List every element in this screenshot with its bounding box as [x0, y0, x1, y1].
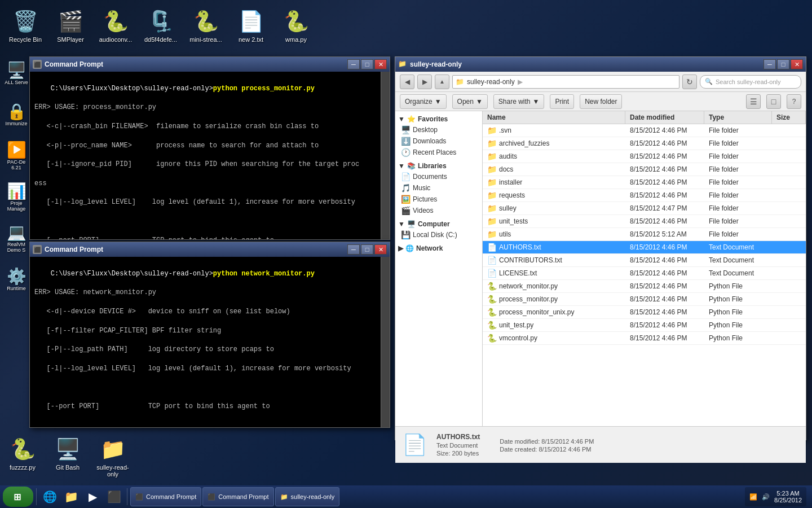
- taskbar-ie-icon[interactable]: 🌐: [39, 487, 60, 506]
- sulley-label: sulley-read-only: [95, 464, 130, 478]
- network-arrow: ▶: [398, 244, 403, 252]
- table-row[interactable]: 📁 sulley 8/15/2012 4:47 PM File folder: [483, 202, 806, 215]
- computer-header[interactable]: ▼ 🖥️ Computer: [398, 219, 479, 229]
- nav-item-recent[interactable]: 🕐 Recent Places: [398, 147, 479, 158]
- share-label: Share with: [498, 98, 531, 106]
- icon-sulley-read-only[interactable]: 📁 sulley-read-only: [93, 433, 133, 480]
- cmd-maximize-btn-1[interactable]: □: [361, 59, 373, 69]
- nav-item-videos[interactable]: 🎬 Videos: [398, 205, 479, 216]
- view-btn[interactable]: ☰: [746, 94, 761, 109]
- nav-item-local-disk[interactable]: 💾 Local Disk (C:): [398, 229, 479, 240]
- table-row[interactable]: 🐍 vmcontrol.py 8/15/2012 4:46 PM Python …: [483, 332, 806, 345]
- file-name-12: network_monitor.py: [499, 282, 558, 290]
- network-header[interactable]: ▶ 🌐 Network: [398, 243, 479, 253]
- table-row[interactable]: 📁 archived_fuzzies 8/15/2012 4:46 PM Fil…: [483, 137, 806, 150]
- taskbar-explorer-btn[interactable]: 📁 sulley-read-only: [275, 487, 340, 506]
- table-row[interactable]: 🐍 process_monitor.py 8/15/2012 4:46 PM P…: [483, 293, 806, 306]
- help-btn[interactable]: ?: [787, 94, 801, 109]
- table-row[interactable]: 📄 AUTHORS.txt 8/15/2012 4:46 PM Text Doc…: [483, 241, 806, 254]
- table-row[interactable]: 📁 docs 8/15/2012 4:46 PM File folder: [483, 163, 806, 176]
- cmd-minimize-btn-1[interactable]: ─: [347, 59, 360, 69]
- table-row[interactable]: 📄 CONTRIBUTORS.txt 8/15/2012 4:46 PM Tex…: [483, 254, 806, 267]
- icon-recycle-bin[interactable]: 🗑️ Recycle Bin: [6, 6, 45, 45]
- nav-back-btn[interactable]: ◀: [400, 75, 414, 89]
- table-row[interactable]: 📁 audits 8/15/2012 4:46 PM File folder: [483, 150, 806, 163]
- icon-mini-strea[interactable]: 🐍 mini-strea...: [186, 6, 226, 45]
- cmd-title-icon-1: ⬛: [33, 60, 42, 69]
- sidebar-icon-immunize[interactable]: 🔒 Immunize: [3, 100, 30, 128]
- taskbar-cmd-icon[interactable]: ⬛: [104, 487, 124, 506]
- print-btn[interactable]: Print: [550, 94, 574, 109]
- cmd-minimize-btn-2[interactable]: ─: [347, 244, 360, 255]
- audioconv-label: audioconv...: [99, 36, 133, 43]
- new-folder-btn[interactable]: New folder: [580, 94, 622, 109]
- share-btn[interactable]: Share with ▼: [493, 94, 545, 109]
- file-type-13: Python File: [704, 294, 772, 305]
- favorites-header[interactable]: ▼ ⭐ Favorites: [398, 114, 479, 124]
- icon-fuzzzz[interactable]: 🐍 fuzzzz.py: [3, 433, 42, 480]
- nav-item-downloads[interactable]: ⬇️ Downloads: [398, 135, 479, 147]
- explorer-close-btn[interactable]: ✕: [791, 59, 803, 69]
- col-header-size[interactable]: Size: [772, 111, 806, 124]
- taskbar-cmd-btn-1[interactable]: ⬛ Command Prompt: [130, 487, 201, 506]
- cmd-title-text-2: Command Prompt: [45, 246, 347, 253]
- cmd-maximize-btn-2[interactable]: □: [361, 244, 373, 255]
- table-row[interactable]: 🐍 unit_test.py 8/15/2012 4:46 PM Python …: [483, 319, 806, 332]
- organize-btn[interactable]: Organize ▼: [400, 94, 447, 109]
- sidebar-icon-all-serve[interactable]: 🖥️ ALL Serve: [3, 59, 30, 86]
- table-row[interactable]: 📁 .svn 8/15/2012 4:46 PM File folder: [483, 124, 806, 137]
- recycle-bin-icon: 🗑️: [12, 8, 39, 35]
- cmd-content-2: C:\Users\Fluxx\Desktop\sulley-read-only>…: [30, 257, 381, 427]
- file-size-7: [772, 220, 806, 223]
- tray-network-icon: 📶: [749, 493, 757, 501]
- start-button[interactable]: ⊞: [3, 487, 33, 507]
- search-icon: 🔍: [705, 78, 713, 85]
- clock-date: 8/25/2012: [774, 497, 802, 503]
- search-bar[interactable]: 🔍 Search sulley-read-only: [700, 75, 801, 89]
- nav-refresh-btn[interactable]: ↻: [682, 75, 697, 89]
- address-text: sulley-read-only: [467, 78, 515, 86]
- taskbar-cmd-btn-2[interactable]: ⬛ Command Prompt: [202, 487, 273, 506]
- table-row[interactable]: 📁 installer 8/15/2012 4:46 PM File folde…: [483, 176, 806, 189]
- icon-git-bash[interactable]: 🖥️ Git Bash: [48, 433, 87, 480]
- taskbar-folder-icon[interactable]: 📁: [61, 487, 81, 506]
- file-name-6: sulley: [499, 204, 517, 212]
- pictures-nav-label: Pictures: [413, 195, 437, 203]
- sidebar-icon-runtime[interactable]: ⚙️ Runtime: [3, 265, 30, 292]
- table-row[interactable]: 📁 utils 8/15/2012 5:12 AM File folder: [483, 228, 806, 241]
- col-header-type[interactable]: Type: [704, 111, 772, 124]
- table-row[interactable]: 🐍 network_monitor.py 8/15/2012 4:46 PM P…: [483, 280, 806, 293]
- cmd-close-btn-2[interactable]: ✕: [374, 244, 387, 255]
- sidebar-icon-proj[interactable]: 📊 Proje Manage: [3, 183, 30, 210]
- nav-item-music[interactable]: 🎵 Music: [398, 182, 479, 194]
- table-row[interactable]: 📁 unit_tests 8/15/2012 4:46 PM File fold…: [483, 215, 806, 228]
- nav-forward-btn[interactable]: ▶: [417, 75, 432, 89]
- table-row[interactable]: 📁 requests 8/15/2012 4:46 PM File folder: [483, 189, 806, 202]
- preview-btn[interactable]: □: [766, 94, 781, 109]
- explorer-maximize-btn[interactable]: □: [777, 59, 789, 69]
- icon-smplayer[interactable]: 🎬 SMPlayer: [51, 6, 90, 45]
- computer-arrow: ▼: [398, 220, 405, 228]
- open-btn[interactable]: Open ▼: [452, 94, 488, 109]
- icon-dd5f4defe[interactable]: 🗜️ dd5f4defe...: [141, 6, 180, 45]
- col-header-date[interactable]: Date modified: [625, 111, 704, 124]
- nav-item-documents[interactable]: 📄 Documents: [398, 171, 479, 182]
- nav-up-btn[interactable]: ▲: [435, 75, 449, 89]
- taskbar-media-icon[interactable]: ▶: [82, 487, 103, 506]
- cmd-scrollbar-1[interactable]: [381, 72, 390, 239]
- icon-wmapy[interactable]: 🐍 wma.py: [276, 6, 316, 45]
- cmd-scrollbar-2[interactable]: [381, 257, 390, 427]
- address-bar[interactable]: 📁 sulley-read-only ▶: [452, 75, 679, 89]
- explorer-minimize-btn[interactable]: ─: [764, 59, 776, 69]
- cmd-close-btn-1[interactable]: ✕: [374, 59, 387, 69]
- col-header-name[interactable]: Name: [483, 111, 625, 124]
- sidebar-icon-pac-de[interactable]: ▶️ PAC-De 6.21: [3, 142, 30, 169]
- table-row[interactable]: 📄 LICENSE.txt 8/15/2012 4:46 PM Text Doc…: [483, 267, 806, 280]
- nav-item-desktop[interactable]: 🖥️ Desktop: [398, 124, 479, 135]
- nav-item-pictures[interactable]: 🖼️ Pictures: [398, 194, 479, 205]
- libraries-header[interactable]: ▼ 📚 Libraries: [398, 161, 479, 171]
- sidebar-icon-realvm[interactable]: 💻 RealVM Demo S: [3, 224, 30, 251]
- table-row[interactable]: 🐍 process_monitor_unix.py 8/15/2012 4:46…: [483, 306, 806, 319]
- icon-audioconv[interactable]: 🐍 audioconv...: [96, 6, 135, 45]
- icon-new2txt[interactable]: 📄 new 2.txt: [231, 6, 271, 45]
